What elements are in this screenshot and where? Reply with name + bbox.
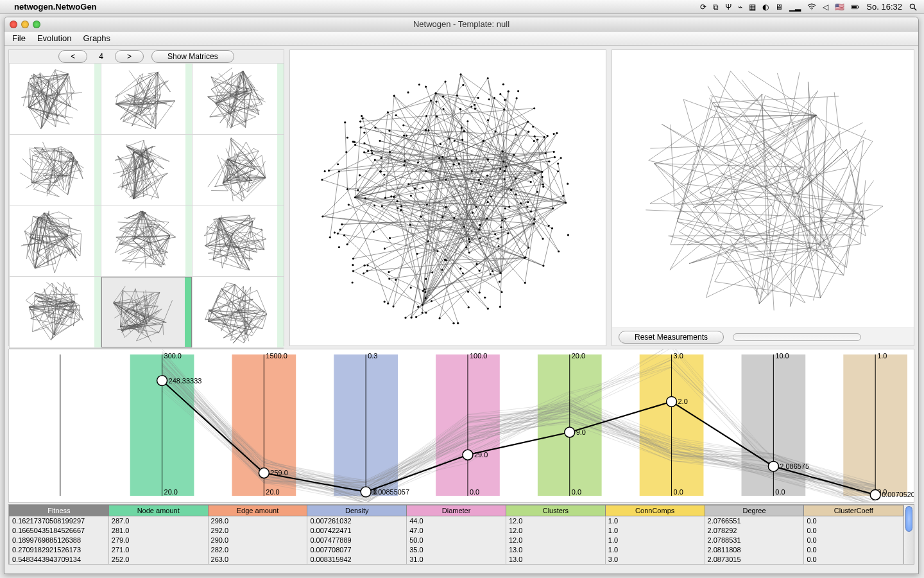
svg-point-104 [363, 151, 365, 153]
thumbnail[interactable] [193, 277, 284, 347]
top-row: < 4 > Show Matrices Generations ▲▼ Pop. … [4, 46, 918, 347]
thumbnail[interactable] [101, 135, 193, 206]
thumbnail[interactable] [193, 64, 284, 134]
zoom-button[interactable] [33, 21, 40, 28]
column-header[interactable]: ConnComps [605, 505, 705, 516]
table-row[interactable]: 0.2709182921526173271.0282.00.0077080773… [10, 545, 903, 554]
svg-point-76 [494, 233, 496, 235]
table-row[interactable]: 0.16650435184526667281.0292.00.007422471… [10, 526, 903, 536]
flag-icon[interactable]: 🇺🇸 [835, 3, 844, 12]
svg-point-109 [545, 152, 547, 154]
menu-graphs[interactable]: Graphs [83, 33, 110, 43]
activity-icon[interactable]: ▁▂ [789, 3, 801, 12]
reset-measurements-button[interactable]: Reset Measurements [619, 331, 724, 344]
svg-point-117 [508, 206, 510, 207]
thumbnail[interactable] [101, 64, 193, 134]
svg-point-199 [381, 157, 382, 159]
svg-point-143 [462, 84, 464, 86]
svg-point-52 [504, 170, 506, 172]
svg-point-234 [395, 279, 397, 281]
octo-icon[interactable]: Ψ [725, 3, 732, 12]
svg-point-238 [461, 127, 463, 128]
thumbnail[interactable] [193, 206, 284, 277]
svg-point-38 [404, 160, 406, 162]
svg-point-10 [527, 247, 529, 249]
battery-icon[interactable] [851, 3, 860, 12]
table-cell: 2.0788531 [705, 536, 804, 545]
spotlight-icon[interactable] [909, 3, 918, 12]
prev-page-button[interactable]: < [58, 50, 87, 63]
close-button[interactable] [10, 21, 17, 28]
svg-text:0.0: 0.0 [674, 488, 683, 496]
svg-point-313 [870, 490, 880, 500]
template-graph-pane[interactable] [612, 50, 914, 328]
column-header[interactable]: Density [307, 505, 407, 516]
column-header[interactable]: ClusterCoeff [804, 505, 903, 516]
thumbnail[interactable] [10, 206, 101, 277]
show-matrices-button[interactable]: Show Matrices [151, 50, 234, 63]
svg-point-39 [373, 231, 375, 232]
menu-evolution[interactable]: Evolution [37, 33, 71, 43]
svg-point-233 [364, 197, 366, 199]
table-row[interactable]: 0.1899769885126388279.0290.00.0074778895… [10, 536, 903, 545]
titlebar[interactable]: Netwogen - Template: null [4, 17, 918, 31]
table-cell: 12.0 [506, 516, 605, 526]
svg-point-31 [422, 290, 424, 292]
svg-point-245 [366, 265, 368, 267]
svg-point-222 [567, 183, 569, 185]
svg-point-54 [420, 216, 422, 218]
column-header[interactable]: Diameter [407, 505, 506, 516]
grid-icon[interactable]: ▦ [749, 3, 756, 12]
scrollbar-thumb[interactable] [905, 506, 912, 532]
svg-point-303 [361, 487, 371, 497]
svg-point-207 [499, 93, 501, 95]
table-scrollbar[interactable] [903, 505, 914, 564]
parallel-coordinates-panel[interactable]: 300.020.01500.020.00.30.0100.00.020.00.0… [8, 349, 914, 503]
svg-point-85 [487, 201, 489, 203]
svg-point-105 [407, 183, 409, 185]
svg-point-45 [542, 186, 544, 188]
svg-point-24 [565, 202, 567, 204]
globe-icon[interactable]: ◐ [762, 3, 769, 12]
volume-icon[interactable]: ◁ [823, 3, 828, 12]
thumbnail[interactable] [10, 64, 101, 134]
column-header[interactable]: Edge amount [208, 505, 307, 516]
svg-point-299 [157, 376, 167, 386]
column-header[interactable]: Node amount [108, 505, 208, 516]
column-header[interactable]: Fitness [10, 505, 109, 516]
table-row[interactable]: 0.16217370508199297287.0298.00.007261032… [10, 516, 903, 526]
dropbox-icon[interactable]: ⧉ [713, 3, 719, 12]
svg-text:1.0: 1.0 [877, 352, 887, 360]
svg-point-264 [425, 129, 427, 131]
sync-icon[interactable]: ⟳ [700, 3, 706, 12]
column-header[interactable]: Clusters [506, 505, 605, 516]
svg-point-133 [479, 237, 481, 239]
svg-text:3.0: 3.0 [674, 352, 683, 360]
monitor-icon[interactable]: 🖥 [775, 3, 783, 12]
menubar-clock[interactable]: So. 16:32 [866, 2, 902, 12]
thumbnail[interactable] [101, 277, 193, 347]
thumbnail[interactable] [193, 135, 284, 206]
minimize-button[interactable] [21, 21, 29, 28]
svg-point-60 [417, 161, 419, 163]
svg-point-112 [445, 259, 447, 261]
svg-text:20.0: 20.0 [266, 488, 279, 496]
table-cell: 2.0873015 [705, 554, 804, 564]
main-graph-pane[interactable] [290, 50, 606, 346]
app-title[interactable]: netwogen.NetwoGen [14, 2, 97, 12]
table-row[interactable]: 0.5483443943709134252.0263.00.0083159423… [10, 554, 903, 564]
svg-point-162 [542, 176, 543, 178]
tunnel-icon[interactable]: ⌁ [738, 3, 742, 12]
menu-file[interactable]: File [12, 33, 26, 43]
svg-point-251 [343, 234, 345, 236]
svg-text:0.00855057: 0.00855057 [372, 488, 409, 496]
next-page-button[interactable]: > [115, 50, 144, 63]
thumbnail[interactable] [10, 135, 101, 206]
svg-point-146 [557, 162, 559, 164]
svg-point-197 [360, 127, 362, 128]
table-cell: 12.0 [506, 536, 605, 545]
thumbnail[interactable] [10, 277, 101, 347]
thumbnail[interactable] [101, 206, 193, 277]
column-header[interactable]: Degree [705, 505, 804, 516]
wifi-icon[interactable] [807, 3, 816, 12]
